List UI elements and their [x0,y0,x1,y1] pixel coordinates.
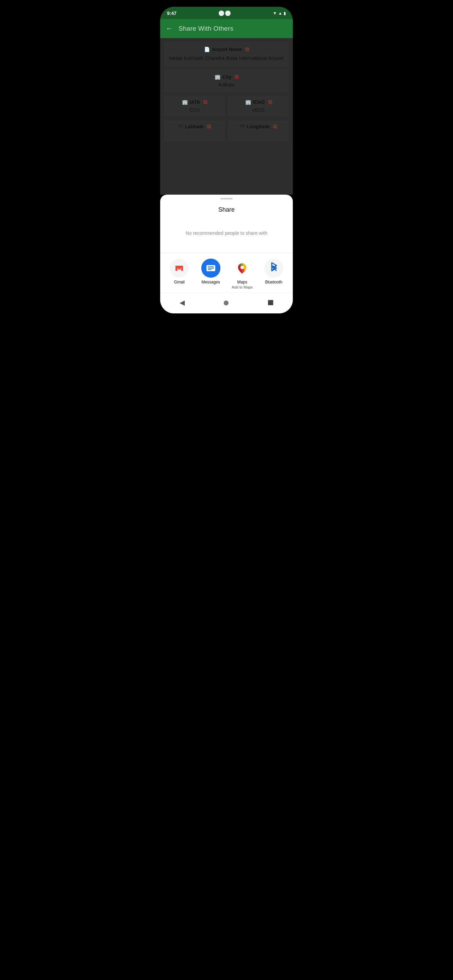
airport-name-icon: 📄 [204,47,210,52]
nav-bar: ◀ ⬤ ⬛ [160,293,293,313]
messages-svg [201,259,220,278]
bluetooth-icon-circle [264,259,283,278]
back-button[interactable]: ← [165,24,173,33]
longitude-label-row: 🗺 Longitude ⧉ [232,124,285,130]
maps-share-item[interactable]: Maps Add to Maps [230,259,254,289]
status-time: 9:47 [167,11,176,16]
bluetooth-share-item[interactable]: Bluetooth [262,259,286,289]
gmail-icon-circle: M [170,259,189,278]
airport-name-copy-icon[interactable]: ⧉ [245,46,249,52]
share-apps-row: M Gmail Messages [160,259,293,293]
gmail-svg: M [174,263,185,274]
maps-icon-circle [233,259,252,278]
icao-copy-icon[interactable]: ⧉ [268,99,272,105]
icao-icon: 🏢 [245,99,251,105]
city-label-row: 🏢 City ⧉ [169,74,284,80]
icao-card: 🏢 ICAO ⧉ VECC [228,95,289,117]
iata-icon: 🏢 [182,99,188,105]
city-icon: 🏢 [215,74,220,80]
city-copy-icon[interactable]: ⧉ [235,74,238,80]
airport-name-card: 📄 Airport Name ⧉ Netaji Subhash Chandra … [164,42,289,66]
share-sheet: Share No recommended people to share wit… [160,195,293,313]
wifi-icon: ▼ [273,11,277,16]
icao-label-row: 🏢 ICAO ⧉ [232,99,285,105]
latitude-value: 22.65469... [168,132,221,137]
bluetooth-label: Bluetooth [265,280,282,285]
iata-icao-row: 🏢 IATA ⧉ CCU 🏢 ICAO ⧉ VECC [164,95,289,117]
gmail-label: Gmail [174,280,185,285]
iata-label: IATA [190,99,200,105]
nav-recent-button[interactable]: ⬛ [261,298,280,307]
maps-svg [233,259,252,278]
bluetooth-svg [264,259,283,278]
iata-copy-icon[interactable]: ⧉ [203,99,207,105]
svg-text:M: M [178,266,181,271]
svg-point-8 [240,266,244,269]
longitude-value: 88.44679... [232,132,285,137]
sheet-handle [220,198,233,199]
messages-share-item[interactable]: Messages [199,259,223,289]
notif-icon1 [219,11,224,16]
nav-back-button[interactable]: ◀ [173,297,191,308]
maps-sublabel: Add to Maps [232,285,253,289]
icao-label: ICAO [253,99,265,105]
gmail-share-item[interactable]: M Gmail [167,259,191,289]
city-card: 🏢 City ⧉ Kolkata [164,70,289,92]
screen-title: Share With Others [178,25,233,32]
notif-icon2 [225,11,230,16]
battery-icon: ▮ [284,11,286,16]
latitude-card: 🗺 Latitude ⧉ 22.65469... [164,120,225,141]
longitude-label: Longitude [247,124,270,129]
phone-frame: 9:47 ▼ ▲ ▮ ← Share With Others 📄 Airport… [160,7,293,313]
nav-home-button[interactable]: ⬤ [217,298,236,307]
messages-icon-circle [201,259,220,278]
signal-icon: ▲ [278,11,282,16]
airport-name-value: Netaji Subhash Chandra Bose Internationa… [169,54,284,62]
main-content: 📄 Airport Name ⧉ Netaji Subhash Chandra … [160,38,293,195]
iata-card: 🏢 IATA ⧉ CCU [164,95,225,117]
iata-value: CCU [168,107,221,113]
airport-name-label-row: 📄 Airport Name ⧉ [169,46,284,52]
longitude-icon: 🗺 [240,124,245,129]
latitude-label-row: 🗺 Latitude ⧉ [168,124,221,130]
airport-name-label: Airport Name [212,47,242,52]
status-icons: ▼ ▲ ▮ [273,11,286,16]
icao-value: VECC [232,107,285,113]
share-title: Share [160,204,293,213]
lat-lon-row: 🗺 Latitude ⧉ 22.65469... 🗺 Longitude ⧉ 8… [164,120,289,141]
no-recommended-text: No recommended people to share with [160,217,293,253]
latitude-icon: 🗺 [178,124,183,129]
app-bar: ← Share With Others [160,19,293,38]
longitude-card: 🗺 Longitude ⧉ 88.44679... [228,120,289,141]
iata-label-row: 🏢 IATA ⧉ [168,99,221,105]
latitude-label: Latitude [185,124,203,129]
maps-label: Maps [237,280,247,285]
messages-label: Messages [201,280,220,285]
status-bar: 9:47 ▼ ▲ ▮ [160,7,293,19]
longitude-copy-icon[interactable]: ⧉ [273,124,277,130]
city-label: City [223,74,231,80]
latitude-copy-icon[interactable]: ⧉ [207,124,211,130]
city-value: Kolkata [169,82,284,88]
